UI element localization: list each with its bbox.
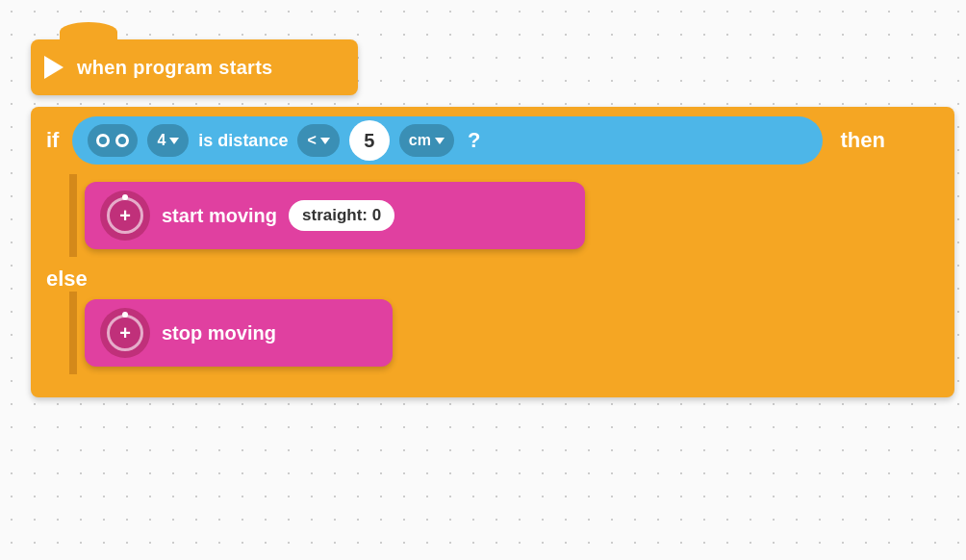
start-moving-block[interactable]: + start moving straight: 0 — [85, 182, 585, 249]
unit-value: cm — [409, 132, 431, 149]
operator-value: < — [307, 132, 316, 149]
distance-value-text: 5 — [364, 130, 374, 152]
motor-plus-stop: + — [119, 323, 131, 343]
else-label: else — [31, 261, 103, 296]
sensor-id-value: 4 — [157, 132, 165, 149]
else-section: + stop moving — [69, 292, 939, 374]
condition-block[interactable]: 4 is distance < 5 — [72, 116, 823, 165]
motor-inner: + — [107, 197, 143, 234]
motor-icon-stop: + — [100, 308, 150, 358]
unit-arrow — [435, 138, 445, 144]
when-block-label: when program starts — [77, 57, 273, 79]
canvas: when program starts if 4 — [0, 0, 966, 560]
sensor-eyes-icon — [88, 124, 138, 157]
question-mark: ? — [468, 128, 480, 153]
eye-left — [96, 134, 110, 147]
if-else-block: if 4 is distance — [31, 107, 954, 397]
eye-right — [115, 134, 129, 147]
operator-arrow — [320, 138, 330, 144]
then-section: + start moving straight: 0 — [69, 174, 939, 257]
motor-plus: + — [119, 206, 131, 225]
operator-dropdown[interactable]: < — [297, 124, 339, 157]
start-moving-label: start moving — [162, 205, 277, 227]
blocks-container: when program starts if 4 — [12, 20, 954, 540]
else-label-container: else — [31, 267, 954, 292]
unit-dropdown[interactable]: cm — [399, 124, 454, 157]
sensor-id-dropdown[interactable]: 4 — [147, 124, 189, 157]
distance-value[interactable]: 5 — [349, 120, 390, 161]
stop-moving-label: stop moving — [162, 322, 276, 344]
straight-param[interactable]: straight: 0 — [289, 200, 394, 231]
motor-inner-stop: + — [107, 315, 143, 351]
stop-moving-block[interactable]: + stop moving — [85, 299, 393, 367]
if-row: if 4 is distance — [31, 107, 954, 174]
straight-param-text: straight: 0 — [302, 206, 381, 224]
condition-text: is distance — [198, 131, 288, 151]
then-label: then — [840, 128, 884, 153]
play-icon — [44, 56, 64, 79]
when-block[interactable]: when program starts — [31, 39, 358, 95]
if-label: if — [46, 128, 59, 153]
sensor-id-arrow — [169, 138, 179, 144]
motor-icon-start: + — [100, 191, 150, 241]
